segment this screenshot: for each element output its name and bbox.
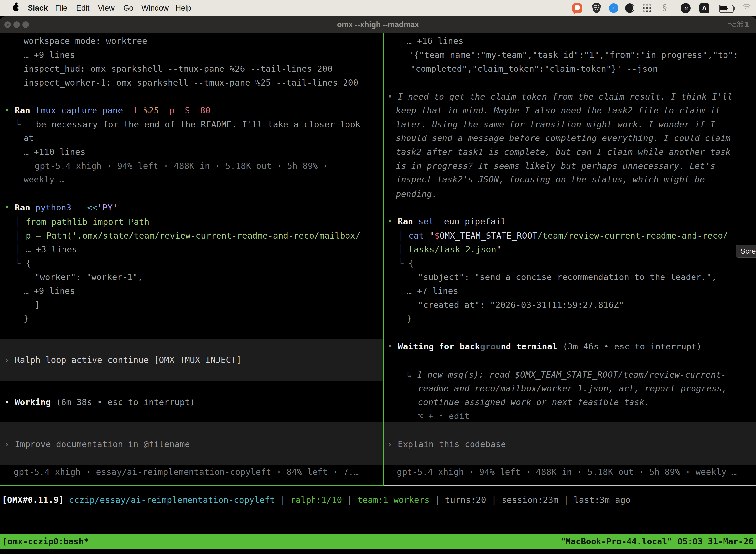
terminal-line: │ cat "$OMX_TEAM_STATE_ROOT/team/review-… — [398, 229, 728, 242]
messenger-icon[interactable] — [609, 3, 618, 13]
terminal-line: • Ran python3 - <<'PY' — [4, 201, 118, 214]
terminal: [omx-cczip0:bash* "MacBook-Pro-44.local"… — [0, 33, 756, 554]
terminal-line: │ tasks/task-2.json" — [398, 242, 501, 257]
menu-item-file[interactable]: File — [55, 0, 67, 16]
terminal-line: at — [23, 131, 34, 145]
terminal-line: … +110 lines — [23, 145, 85, 159]
pane-divider[interactable] — [383, 33, 384, 486]
terminal-line: "completed","claim_token":"claim-token"}… — [411, 62, 658, 76]
screen: Slack File Edit View Go Window Help § ..… — [0, 0, 756, 554]
screenshot-tooltip: Scre — [736, 245, 756, 258]
terminal-line: inspect_worker-1: omx sparkshell --tmux-… — [23, 76, 359, 90]
chat-app-icon[interactable] — [572, 3, 582, 13]
terminal-line: … +16 lines — [407, 34, 463, 48]
terminal-line: │ p = Path('.omx/state/team/review-curre… — [15, 229, 361, 242]
window-shortcut-hint: ⌥⌘1 — [728, 16, 750, 33]
terminal-line: › Explain this codebase — [387, 437, 506, 451]
terminal-line: continue assigned work or next feasible … — [418, 395, 650, 409]
terminal-line: should send a message before completing … — [396, 131, 731, 145]
terminal-line: gpt-5.4 xhigh · 94% left · 488K in · 5.1… — [397, 465, 737, 479]
keyboard-layout-icon[interactable]: A — [699, 3, 709, 13]
tmux-host-clock: "MacBook-Pro-44.local" 05:03 31-Mar-26 — [561, 534, 754, 549]
disk-crescent-icon[interactable] — [625, 3, 634, 13]
menu-item-help[interactable]: Help — [175, 0, 191, 16]
text-cursor: I — [15, 439, 20, 449]
menu-item-view[interactable]: View — [98, 0, 115, 16]
right-pane-bottom-border — [384, 486, 756, 486]
terminal-line: … +9 lines — [23, 284, 75, 298]
dots-grid-icon[interactable] — [643, 4, 652, 13]
left-pane[interactable] — [0, 33, 383, 486]
tmux-session-label: [omx-cczip0:bash* — [2, 534, 89, 549]
terminal-line: │ … +3 lines — [15, 242, 77, 257]
omx-status-line: [OMX#0.11.9] cczip/essay/ai-reimplementa… — [2, 493, 630, 507]
left-pane-bottom-border — [0, 486, 383, 486]
terminal-line: └ { — [15, 256, 31, 270]
terminal-line: │ from pathlib import Path — [15, 215, 149, 229]
terminal-line: gpt-5.4 xhigh · essay/ai-reimplementatio… — [14, 465, 359, 479]
terminal-line: ] — [35, 297, 40, 312]
apple-menu-icon[interactable] — [13, 5, 19, 11]
menu-item-edit[interactable]: Edit — [76, 0, 89, 16]
terminal-line: › Ralph loop active continue [OMX_TMUX_I… — [4, 353, 241, 367]
terminal-line: inspect task2's JSON, focusing on the st… — [396, 172, 705, 186]
terminal-line: ↳ 1 new msg(s): read $OMX_TEAM_STATE_ROO… — [407, 368, 726, 382]
terminal-line: • I need to get the claim token from the… — [387, 90, 733, 104]
terminal-line: ⌥ + ↑ edit — [418, 409, 469, 423]
terminal-line: inspect_hud: omx sparkshell --tmux-pane … — [23, 62, 333, 76]
terminal-line: '{"team_name":"my-team","task_id":"1","f… — [409, 48, 738, 62]
terminal-line: gpt-5.4 xhigh · 94% left · 488K in · 5.1… — [35, 159, 328, 173]
terminal-line: workspace_mode: worktree — [23, 34, 147, 48]
terminal-line: weekly … — [23, 172, 65, 186]
screenshot-tooltip-text: Scre — [740, 247, 756, 255]
menu-item-go[interactable]: Go — [123, 0, 133, 16]
terminal-line: • Waiting for background terminal (3m 46… — [387, 340, 702, 353]
terminal-line: • Ran set -euo pipefail — [387, 214, 506, 228]
terminal-line: └ be necessary for the end of the README… — [15, 117, 361, 131]
terminal-line: readme-and-reco/mailbox/worker-1.json, a… — [418, 382, 727, 395]
terminal-line: "worker": "worker-1", — [35, 270, 143, 284]
terminal-line: • Ran tmux capture-pane -t %25 -p -S -80 — [4, 104, 210, 117]
terminal-line: … +7 lines — [407, 284, 458, 298]
terminal-line: └ { — [398, 256, 414, 270]
menu-bar: Slack File Edit View Go Window Help § ..… — [0, 0, 756, 16]
counter-badge-icon[interactable]: ..61 — [681, 3, 691, 13]
terminal-line: is in progress? It seems likely but perh… — [396, 159, 715, 173]
terminal-line: "subject": "send a concise recommendatio… — [418, 270, 717, 284]
terminal-line: • Working (6m 38s • esc to interrupt) — [4, 395, 195, 409]
menu-app-name[interactable]: Slack — [28, 0, 48, 16]
terminal-line: keep that in mind. Maybe I also need the… — [396, 104, 720, 117]
terminal-line: } — [407, 312, 412, 325]
terminal-line: later. Using the same for transition mig… — [396, 117, 715, 131]
wifi-icon[interactable] — [741, 4, 752, 12]
terminal-line: "created_at": "2026-03-31T11:59:27.816Z" — [418, 298, 624, 312]
terminal-line: pending. — [396, 187, 437, 201]
hook-icon[interactable]: § — [663, 2, 667, 12]
window-title: omx --xhigh --madmax — [0, 16, 756, 33]
terminal-line: › Improve documentation in @filename — [4, 437, 190, 451]
terminal-line: } — [23, 312, 29, 325]
shield-grid-icon[interactable] — [592, 3, 601, 13]
terminal-line: … +9 lines — [23, 48, 75, 62]
battery-charging-icon[interactable] — [719, 5, 734, 13]
menu-item-window[interactable]: Window — [141, 0, 169, 16]
terminal-line: task2 after task1 is complete, but can I… — [396, 145, 731, 159]
tmux-status-bar: [omx-cczip0:bash* "MacBook-Pro-44.local"… — [0, 534, 756, 549]
